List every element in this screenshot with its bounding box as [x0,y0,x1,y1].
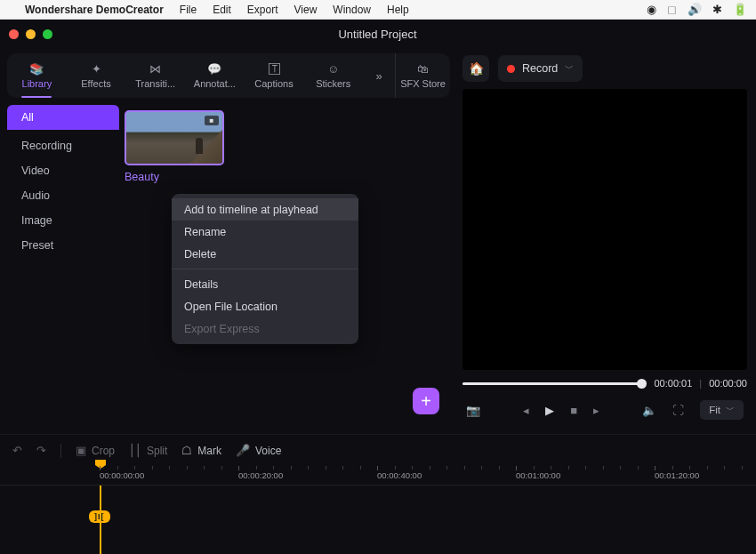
menu-view[interactable]: View [294,4,318,16]
titlebar: Untitled Project [0,20,756,48]
battery-icon[interactable]: 🔋 [733,3,747,16]
screencast-icon[interactable]: ◉ [647,3,656,16]
mark-button[interactable]: ☖Mark [181,444,221,457]
ctx-details[interactable]: Details [172,273,358,295]
annotations-icon: 💬 [207,62,221,76]
time-current: 00:00:01 [654,378,692,389]
tab-stickers[interactable]: ☺Stickers [303,53,363,98]
tabs-overflow[interactable]: » [363,53,395,98]
menu-edit[interactable]: Edit [213,4,231,16]
ctx-open-location[interactable]: Open File Location [172,295,358,317]
sfx-icon: 🛍 [417,62,429,76]
tab-captions[interactable]: 🅃Captions [245,53,304,98]
category-preset[interactable]: Preset [7,233,119,258]
menu-window[interactable]: Window [333,4,371,16]
tab-sfx-label: SFX Store [400,78,446,89]
tab-transitions[interactable]: ⋈Transiti... [125,53,185,98]
category-all[interactable]: All [7,105,119,130]
project-title: Untitled Project [52,28,703,41]
menu-file[interactable]: File [180,4,197,16]
crop-button[interactable]: ▣Crop [76,444,115,457]
next-frame-button[interactable]: ▸ [593,404,599,417]
category-recording[interactable]: Recording [7,133,119,158]
tab-effects[interactable]: ✦Effects [67,53,126,98]
category-video[interactable]: Video [7,158,119,183]
voice-label: Voice [255,445,281,457]
tab-library[interactable]: 📚Library [7,53,67,98]
ctx-separator [172,269,358,269]
mute-button[interactable]: 🔈 [642,404,656,417]
zoom-window-button[interactable] [43,29,52,39]
tab-sfx-store[interactable]: 🛍SFX Store [395,53,450,98]
progress-knob[interactable] [637,379,647,389]
ctx-export-express: Export Express [172,317,358,340]
redo-button[interactable]: ↷ [36,444,46,457]
voice-button[interactable]: 🎤Voice [236,444,281,457]
crop-label: Crop [92,445,115,457]
preview-panel: 🏠 Record ﹀ 00:00:01 | 00:00:00 📷 ◂ ▶ ■ [457,48,756,430]
ruler-tick: 00:00:40:00 [377,470,422,480]
record-button[interactable]: Record ﹀ [498,55,583,82]
asset-thumbnail[interactable]: ■ [125,110,224,165]
ruler-tick: 00:01:20:00 [655,470,699,480]
timeline[interactable]: 00:00:00:0000:00:20:0000:00:40:0000:01:0… [0,466,756,554]
timeline-ruler[interactable]: 00:00:00:0000:00:20:0000:00:40:0000:01:0… [0,466,756,486]
tab-annotations-label: Annotat... [194,78,236,89]
tab-captions-label: Captions [254,78,293,89]
asset-item[interactable]: ■ Beauty [125,110,224,183]
siri-icon[interactable]: ◻ [667,3,677,16]
prev-frame-button[interactable]: ◂ [523,404,529,417]
top-tabs: 📚Library ✦Effects ⋈Transiti... 💬Annotat.… [7,53,450,98]
effects-icon: ✦ [92,62,101,76]
asset-context-menu: Add to timeline at playhead Rename Delet… [172,194,358,344]
time-total: 00:00:00 [709,378,747,389]
macos-menubar: Wondershare DemoCreator File Edit Export… [0,0,756,20]
undo-button[interactable]: ↶ [12,444,22,457]
ruler-tick: 00:00:00:00 [100,470,144,480]
mark-label: Mark [197,445,221,457]
ctx-delete[interactable]: Delete [172,243,358,265]
zoom-label: Fit [709,405,720,415]
tab-stickers-label: Stickers [316,78,350,89]
tab-annotations[interactable]: 💬Annotat... [185,53,245,98]
home-button[interactable]: 🏠 [462,55,489,82]
zoom-fit-dropdown[interactable]: Fit﹀ [700,400,744,420]
playhead-badge[interactable]: ]I[ [89,510,110,523]
ctx-add-to-timeline[interactable]: Add to timeline at playhead [172,198,358,221]
overflow-icon: » [375,69,382,83]
minimize-window-button[interactable] [26,29,36,39]
ctx-rename[interactable]: Rename [172,221,358,243]
preview-progress[interactable] [462,382,647,385]
transitions-icon: ⋈ [149,62,161,76]
add-media-button[interactable]: + [413,388,439,414]
crop-icon: ▣ [76,444,86,457]
split-button[interactable]: ⎮⎮Split [129,444,167,457]
video-preview[interactable] [462,89,747,370]
mic-icon: 🎤 [236,444,250,457]
bluetooth-icon[interactable]: ✱ [712,3,722,16]
captions-icon: 🅃 [269,62,280,76]
category-list: All Recording Video Audio Image Preset [7,105,119,423]
split-label: Split [147,445,167,457]
close-window-button[interactable] [9,29,19,39]
record-label: Record [522,62,558,75]
mark-icon: ☖ [181,444,192,457]
record-dot-icon [507,65,515,73]
tab-transitions-label: Transiti... [135,78,175,89]
chevron-down-icon: ﹀ [726,404,735,416]
fullscreen-button[interactable]: ⛶ [672,404,684,417]
library-icon: 📚 [29,62,44,76]
menu-help[interactable]: Help [387,4,409,16]
snapshot-button[interactable]: 📷 [466,404,480,417]
menu-export[interactable]: Export [247,4,278,16]
timeline-tracks[interactable]: ]I[ [0,486,756,554]
stop-button[interactable]: ■ [570,404,577,417]
app-menu[interactable]: Wondershare DemoCreator [25,4,164,16]
category-image[interactable]: Image [7,208,119,233]
category-audio[interactable]: Audio [7,183,119,208]
ruler-tick: 00:01:00:00 [516,470,560,480]
volume-icon[interactable]: 🔊 [688,3,702,16]
split-icon: ⎮⎮ [129,444,141,457]
play-button[interactable]: ▶ [545,404,554,417]
undo-icon: ↶ [12,444,22,457]
